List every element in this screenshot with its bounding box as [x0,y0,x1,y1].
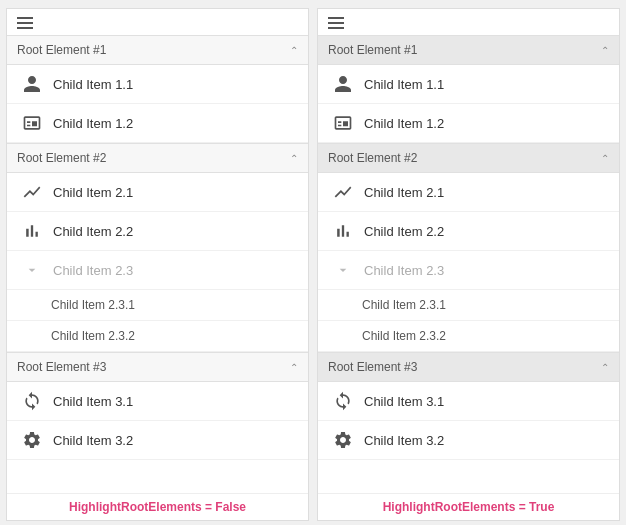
child-item[interactable]: Child Item 3.2 [318,421,619,460]
collapse-chevron: ⌃ [601,362,609,373]
collapse-chevron: ⌃ [601,45,609,56]
collapse-chevron: ⌃ [290,45,298,56]
panel-left: Root Element #1 ⌃ Child Item 1.1Child It… [6,8,309,521]
child-item-label: Child Item 2.3 [364,263,444,278]
root-element[interactable]: Root Element #1 ⌃ [318,35,619,65]
collapse-chevron: ⌃ [601,153,609,164]
sync-icon [332,390,354,412]
collapse-chevron: ⌃ [290,362,298,373]
chevron-down-icon [21,259,43,281]
panel-caption: HighlightRootElements = True [318,493,619,520]
root-element-label: Root Element #2 [17,151,106,165]
child-item[interactable]: Child Item 2.3 [7,251,308,290]
sub-item[interactable]: Child Item 2.3.2 [318,321,619,352]
child-item[interactable]: Child Item 3.1 [7,382,308,421]
child-item-label: Child Item 3.2 [53,433,133,448]
hamburger-menu[interactable] [318,9,619,35]
gear-icon [21,429,43,451]
gear-icon [332,429,354,451]
root-element[interactable]: Root Element #3 ⌃ [7,352,308,382]
panel-caption: HighlightRootElements = False [7,493,308,520]
root-element[interactable]: Root Element #3 ⌃ [318,352,619,382]
child-item-label: Child Item 1.2 [364,116,444,131]
child-item-label: Child Item 1.1 [53,77,133,92]
child-item-label: Child Item 2.1 [53,185,133,200]
root-element-label: Root Element #3 [17,360,106,374]
child-item[interactable]: Child Item 2.3 [318,251,619,290]
panel-body: Root Element #1 ⌃ Child Item 1.1Child It… [7,35,308,493]
child-item[interactable]: Child Item 1.2 [7,104,308,143]
chevron-down-icon [332,259,354,281]
child-item-label: Child Item 1.2 [53,116,133,131]
child-item-label: Child Item 2.2 [53,224,133,239]
child-item[interactable]: Child Item 3.2 [7,421,308,460]
root-element[interactable]: Root Element #2 ⌃ [318,143,619,173]
child-item[interactable]: Child Item 2.2 [7,212,308,251]
chart-icon [332,181,354,203]
sub-item[interactable]: Child Item 2.3.2 [7,321,308,352]
root-element-label: Root Element #3 [328,360,417,374]
sub-item-label: Child Item 2.3.1 [362,298,446,312]
child-item[interactable]: Child Item 2.2 [318,212,619,251]
chart-icon [21,181,43,203]
hamburger-icon[interactable] [328,17,344,29]
panels-container: Root Element #1 ⌃ Child Item 1.1Child It… [0,0,626,525]
sub-item-label: Child Item 2.3.1 [51,298,135,312]
collapse-chevron: ⌃ [290,153,298,164]
root-element[interactable]: Root Element #1 ⌃ [7,35,308,65]
sub-item[interactable]: Child Item 2.3.1 [318,290,619,321]
sub-item-label: Child Item 2.3.2 [51,329,135,343]
sub-item[interactable]: Child Item 2.3.1 [7,290,308,321]
child-item-label: Child Item 1.1 [364,77,444,92]
root-element-label: Root Element #1 [17,43,106,57]
child-item-label: Child Item 3.2 [364,433,444,448]
panel-right: Root Element #1 ⌃ Child Item 1.1Child It… [317,8,620,521]
sub-item-label: Child Item 2.3.2 [362,329,446,343]
card-icon [21,112,43,134]
child-item-label: Child Item 2.2 [364,224,444,239]
panel-body: Root Element #1 ⌃ Child Item 1.1Child It… [318,35,619,493]
person-icon [332,73,354,95]
hamburger-menu[interactable] [7,9,308,35]
child-item[interactable]: Child Item 1.2 [318,104,619,143]
child-item-label: Child Item 2.1 [364,185,444,200]
child-item-label: Child Item 2.3 [53,263,133,278]
child-item[interactable]: Child Item 1.1 [318,65,619,104]
person-icon [21,73,43,95]
child-item[interactable]: Child Item 2.1 [7,173,308,212]
bars-icon [21,220,43,242]
child-item-label: Child Item 3.1 [53,394,133,409]
child-item-label: Child Item 3.1 [364,394,444,409]
root-element[interactable]: Root Element #2 ⌃ [7,143,308,173]
hamburger-icon[interactable] [17,17,33,29]
child-item[interactable]: Child Item 2.1 [318,173,619,212]
root-element-label: Root Element #1 [328,43,417,57]
child-item[interactable]: Child Item 1.1 [7,65,308,104]
sync-icon [21,390,43,412]
bars-icon [332,220,354,242]
root-element-label: Root Element #2 [328,151,417,165]
card-icon [332,112,354,134]
child-item[interactable]: Child Item 3.1 [318,382,619,421]
